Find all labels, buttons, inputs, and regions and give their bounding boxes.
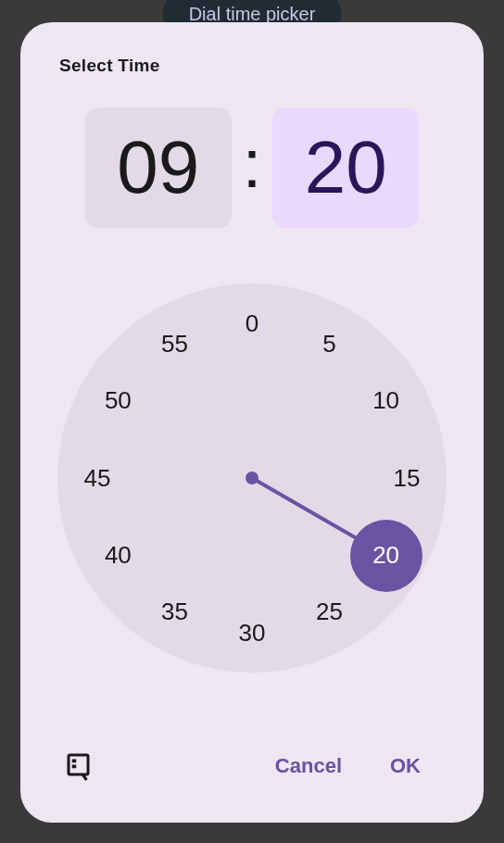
clock-tick-50[interactable]: 50 [95, 379, 140, 423]
svg-rect-1 [72, 765, 77, 769]
clock-tick-20[interactable]: 20 [364, 534, 409, 578]
clock-tick-45[interactable]: 45 [75, 456, 120, 500]
svg-rect-0 [72, 760, 77, 763]
keyboard-input-icon[interactable] [63, 749, 96, 783]
clock-tick-15[interactable]: 15 [384, 456, 429, 500]
ok-button[interactable]: OK [366, 743, 445, 789]
clock-tick-25[interactable]: 25 [308, 590, 352, 635]
cancel-button[interactable]: Cancel [251, 743, 366, 789]
clock-dial[interactable]: 0510152025303540455055 [57, 283, 447, 673]
clock-tick-30[interactable]: 30 [230, 610, 274, 655]
time-picker-modal: Select Time 09 : 20 05101520253035404550… [20, 22, 484, 823]
clock-tick-0[interactable]: 0 [230, 301, 274, 346]
clock-tick-35[interactable]: 35 [153, 590, 197, 635]
minutes-field[interactable]: 20 [272, 107, 419, 228]
action-bar: Cancel OK [56, 736, 448, 797]
clock-tick-40[interactable]: 40 [95, 534, 140, 578]
clock-tick-5[interactable]: 5 [308, 321, 352, 366]
clock-tick-55[interactable]: 55 [153, 321, 197, 366]
time-colon: : [243, 130, 262, 206]
hours-field[interactable]: 09 [85, 107, 232, 228]
clock-tick-10[interactable]: 10 [364, 379, 409, 423]
time-display: 09 : 20 [56, 107, 448, 228]
modal-title: Select Time [59, 56, 448, 76]
clock-center [246, 472, 258, 484]
